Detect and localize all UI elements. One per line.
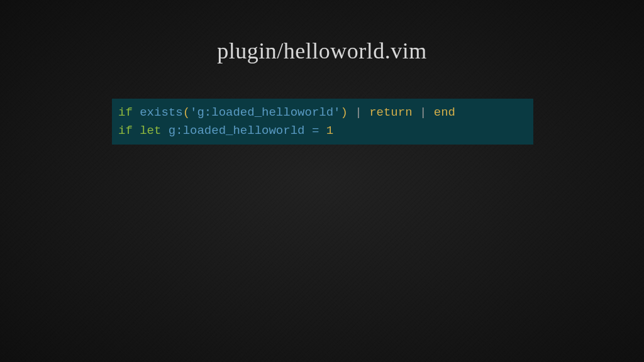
code-function-exists: exists: [140, 106, 182, 119]
code-keyword-end: end: [434, 106, 455, 119]
code-number: 1: [326, 124, 333, 138]
code-keyword-let: let: [140, 124, 161, 138]
code-identifier: g:loaded_helloworld: [169, 124, 305, 138]
code-operator-eq: =: [312, 124, 319, 138]
code-keyword-if: if: [118, 106, 133, 119]
code-string: 'g:loaded_helloworld': [190, 106, 340, 119]
code-block: if exists('g:loaded_helloworld') | retur…: [112, 99, 533, 145]
code-keyword-return: return: [369, 106, 412, 119]
code-keyword-if: if: [118, 124, 133, 138]
code-paren-open: (: [183, 106, 190, 119]
code-pipe: |: [419, 106, 426, 119]
code-paren-close: ): [341, 106, 348, 119]
slide-title: plugin/helloworld.vim: [0, 38, 644, 64]
code-pipe: |: [355, 106, 362, 119]
